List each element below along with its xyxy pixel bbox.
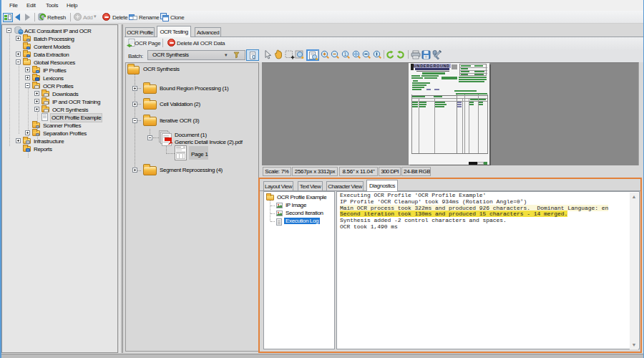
svg-text:1: 1 xyxy=(344,52,347,57)
